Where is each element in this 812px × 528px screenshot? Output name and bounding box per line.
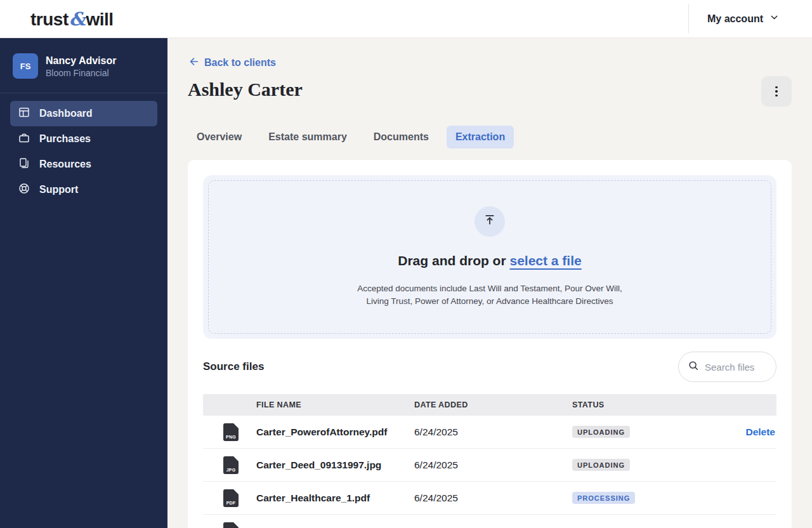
upload-icon-circle (475, 206, 505, 237)
search-files-box[interactable] (678, 352, 776, 382)
status-badge: PROCESSING (572, 492, 635, 504)
avatar: FS (13, 53, 38, 79)
arrow-left-icon (188, 56, 199, 70)
more-options-button[interactable] (761, 76, 792, 107)
sidebar-item-label: Purchases (39, 133, 91, 145)
search-icon (688, 360, 699, 374)
user-info: Nancy Advisor Bloom Financial (46, 54, 116, 79)
delete-link[interactable]: Delete (745, 426, 775, 438)
back-to-clients-link[interactable]: Back to clients (188, 56, 276, 70)
table-row: PDF Carter_Healthcare_1.pdf 6/24/2025 PR… (203, 482, 776, 515)
column-file-name: FILE NAME (256, 400, 414, 409)
dashboard-icon (18, 106, 30, 121)
documents-icon (18, 157, 30, 172)
table-row: JPG Carter_Deed_09131997.jpg 6/24/2025 U… (203, 449, 776, 482)
tab-estate-summary[interactable]: Estate summary (259, 126, 356, 148)
sidebar-item-label: Resources (39, 159, 91, 170)
source-files-heading: Source files (203, 360, 264, 373)
sidebar-item-purchases[interactable]: Purchases (10, 126, 157, 152)
file-name: Carter_Deed_09131997.jpg (256, 459, 414, 471)
column-status: STATUS (572, 400, 731, 409)
status-badge: UPLOADING (572, 459, 630, 471)
file-name: Carter_PowerofAttorney.pdf (256, 426, 414, 438)
sidebar: FS Nancy Advisor Bloom Financial Dashboa… (0, 38, 167, 528)
lifebuoy-icon (18, 182, 30, 197)
select-a-file-link[interactable]: select a file (509, 253, 581, 268)
status-badge: UPLOADING (572, 426, 630, 438)
drop-headline: Drag and drop or select a file (398, 253, 581, 268)
source-files-header-row: Source files (203, 352, 776, 382)
user-name: Nancy Advisor (46, 54, 116, 67)
file-type-icon (223, 522, 239, 528)
sidebar-item-label: Dashboard (39, 108, 93, 119)
sidebar-nav: Dashboard Purchases Resources Support (0, 93, 167, 210)
page-title: Ashley Carter (188, 79, 303, 100)
column-date-added: DATE ADDED (414, 400, 572, 409)
drag-drop-text: Drag and drop or (398, 253, 509, 268)
logo-text-left: trust (30, 10, 69, 29)
source-files-table: FILE NAME DATE ADDED STATUS PNG Carter_P… (203, 394, 776, 528)
file-type-icon-jpg: JPG (223, 456, 239, 474)
back-link-label: Back to clients (204, 57, 276, 69)
chevron-down-icon (769, 13, 779, 25)
accepted-documents-line2: Living Trust, Power of Attorney, or Adva… (357, 295, 622, 308)
brand-logo[interactable]: trust&will (0, 8, 114, 30)
tab-documents[interactable]: Documents (365, 126, 438, 148)
sidebar-item-label: Support (39, 184, 78, 195)
sidebar-item-resources[interactable]: Resources (10, 152, 157, 177)
file-type-icon-png: PNG (223, 423, 239, 441)
user-organization: Bloom Financial (46, 67, 116, 79)
search-files-input[interactable] (705, 362, 767, 373)
logo-ampersand: & (69, 8, 86, 30)
tab-extraction[interactable]: Extraction (447, 126, 514, 148)
logo-text-right: will (86, 10, 113, 29)
table-row: PNG Carter_PowerofAttorney.pdf 6/24/2025… (203, 416, 776, 449)
table-row-partial (203, 515, 776, 528)
main-content: Back to clients Ashley Carter Overview E… (167, 38, 812, 528)
accepted-documents-line1: Accepted documents include Last Will and… (357, 282, 622, 295)
user-block: FS Nancy Advisor Bloom Financial (0, 38, 167, 93)
file-dropzone[interactable]: Drag and drop or select a file Accepted … (203, 175, 776, 339)
topbar: trust&will My account (0, 0, 812, 38)
file-type-icon-pdf: PDF (223, 489, 239, 507)
date-added: 6/24/2025 (414, 459, 572, 471)
sidebar-item-dashboard[interactable]: Dashboard (10, 101, 157, 126)
briefcase-icon (18, 131, 30, 147)
upload-icon (483, 213, 497, 230)
my-account-label: My account (707, 13, 763, 25)
topbar-divider (688, 4, 689, 33)
file-name: Carter_Healthcare_1.pdf (256, 492, 414, 504)
tab-overview[interactable]: Overview (188, 126, 251, 148)
accepted-documents-note: Accepted documents include Last Will and… (357, 282, 622, 308)
date-added: 6/24/2025 (414, 492, 572, 504)
tab-bar: Overview Estate summary Documents Extrac… (188, 126, 514, 148)
date-added: 6/24/2025 (414, 426, 572, 438)
table-header: FILE NAME DATE ADDED STATUS (203, 394, 776, 416)
extraction-card: Drag and drop or select a file Accepted … (188, 160, 792, 528)
my-account-menu[interactable]: My account (707, 0, 779, 38)
kebab-icon (775, 86, 778, 89)
sidebar-item-support[interactable]: Support (10, 177, 157, 202)
